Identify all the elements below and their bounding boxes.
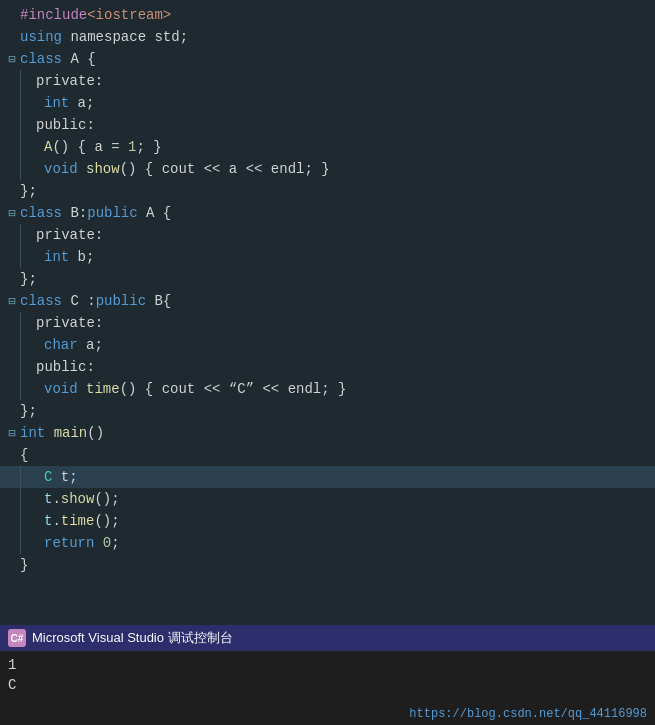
code-content-24: t.time(); [20, 510, 655, 532]
token: b; [69, 249, 94, 265]
code-line-20: ⊟ int main() [0, 422, 655, 444]
token: char [44, 337, 78, 353]
token: int [20, 425, 45, 441]
code-line-24: t.time(); [0, 510, 655, 532]
code-content-9: }; [20, 183, 655, 199]
token: void [44, 381, 78, 397]
console-bar: C# Microsoft Visual Studio 调试控制台 [0, 625, 655, 651]
token: }; [20, 271, 37, 287]
token: () { cout << “C” << endl; } [120, 381, 347, 397]
token: }; [20, 403, 37, 419]
token: B: [62, 205, 87, 221]
code-line-8: void show() { cout << a << endl; } [0, 158, 655, 180]
code-content-11: private: [20, 224, 655, 246]
token: A { [138, 205, 172, 221]
code-content-26: } [20, 557, 655, 573]
token: <iostream> [87, 7, 171, 23]
code-content-22: C t; [20, 466, 655, 488]
token: public [36, 117, 86, 133]
console-icon: C# [8, 629, 26, 647]
output-lines: 1 C [8, 655, 647, 707]
code-line-2: using namespace std; [0, 26, 655, 48]
token: a; [69, 95, 94, 111]
token: public [87, 205, 137, 221]
token: show [61, 491, 95, 507]
code-line-7: A() { a = 1; } [0, 136, 655, 158]
output-area: 1 C https://blog.csdn.net/qq_44116998 [0, 651, 655, 725]
token: : [86, 117, 94, 133]
code-line-17: public: [0, 356, 655, 378]
code-content-17: public: [20, 356, 655, 378]
token: : [95, 227, 103, 243]
code-line-22: C t; [0, 466, 655, 488]
code-content-15: private: [20, 312, 655, 334]
fold-gutter-14[interactable]: ⊟ [4, 294, 20, 309]
fold-gutter-10[interactable]: ⊟ [4, 206, 20, 221]
token: a; [78, 337, 103, 353]
code-line-23: t.show(); [0, 488, 655, 510]
code-content-12: int b; [20, 246, 655, 268]
token: int [44, 95, 69, 111]
token: ; [180, 29, 188, 45]
token: { [20, 447, 28, 463]
token: private [36, 73, 95, 89]
code-line-26: } [0, 554, 655, 576]
code-content-21: { [20, 447, 655, 463]
token [78, 161, 86, 177]
fold-gutter-3[interactable]: ⊟ [4, 52, 20, 67]
token: class [20, 205, 62, 221]
code-line-14: ⊟ class C :public B{ [0, 290, 655, 312]
output-line-1: 1 [8, 655, 647, 675]
output-url: https://blog.csdn.net/qq_44116998 [409, 707, 647, 721]
token: (); [94, 513, 119, 529]
token [45, 425, 53, 441]
code-line-6: public: [0, 114, 655, 136]
token: ; [111, 535, 119, 551]
token: main [54, 425, 88, 441]
code-content-23: t.show(); [20, 488, 655, 510]
fold-gutter-20[interactable]: ⊟ [4, 426, 20, 441]
code-content-16: char a; [20, 334, 655, 356]
token: public [36, 359, 86, 375]
code-content-2: using namespace std; [20, 29, 655, 45]
code-content-20: int main() [20, 425, 655, 441]
output-footer: https://blog.csdn.net/qq_44116998 [8, 707, 647, 721]
token: : [95, 315, 103, 331]
token: () { a = [52, 139, 128, 155]
token: #include [20, 7, 87, 23]
code-content-25: return 0; [20, 532, 655, 554]
token: ; } [136, 139, 161, 155]
code-line-3: ⊟ class A { [0, 48, 655, 70]
token: private [36, 315, 95, 331]
token: class [20, 293, 62, 309]
code-line-12: int b; [0, 246, 655, 268]
token: show [86, 161, 120, 177]
code-line-13: }; [0, 268, 655, 290]
code-editor: #include<iostream> using namespace std; … [0, 0, 655, 625]
console-icon-text: C# [11, 633, 24, 644]
token: (); [94, 491, 119, 507]
token: C : [62, 293, 96, 309]
code-line-1: #include<iostream> [0, 4, 655, 26]
token [78, 381, 86, 397]
token: public [96, 293, 146, 309]
token: time [86, 381, 120, 397]
code-content-7: A() { a = 1; } [20, 136, 655, 158]
token: B{ [146, 293, 171, 309]
code-line-10: ⊟ class B:public A { [0, 202, 655, 224]
token: private [36, 227, 95, 243]
code-line-19: }; [0, 400, 655, 422]
code-content-4: private: [20, 70, 655, 92]
console-title: Microsoft Visual Studio 调试控制台 [32, 629, 233, 647]
code-content-18: void time() { cout << “C” << endl; } [20, 378, 655, 400]
output-line-2: C [8, 675, 647, 695]
token: : [95, 73, 103, 89]
code-content-5: int a; [20, 92, 655, 114]
token: () [87, 425, 104, 441]
code-content-6: public: [20, 114, 655, 136]
token: t; [52, 469, 77, 485]
code-content-10: class B:public A { [20, 205, 655, 221]
token: . [52, 491, 60, 507]
token: time [61, 513, 95, 529]
token: class [20, 51, 62, 67]
